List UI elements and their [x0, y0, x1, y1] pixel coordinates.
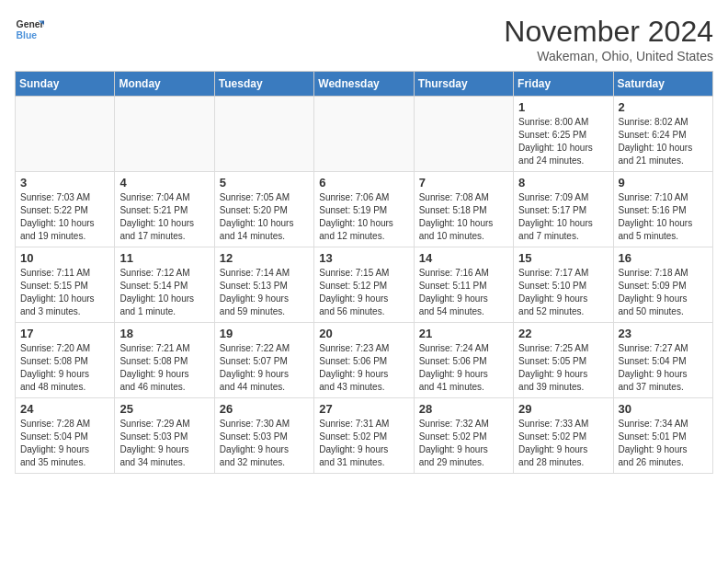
day-info: Sunrise: 7:15 AM Sunset: 5:12 PM Dayligh…: [319, 267, 408, 318]
calendar-cell: 10Sunrise: 7:11 AM Sunset: 5:15 PM Dayli…: [16, 247, 115, 323]
calendar-cell: 13Sunrise: 7:15 AM Sunset: 5:12 PM Dayli…: [314, 247, 414, 323]
day-number: 3: [20, 176, 109, 190]
calendar-week-2: 3Sunrise: 7:03 AM Sunset: 5:22 PM Daylig…: [16, 172, 713, 247]
svg-text:Blue: Blue: [17, 30, 38, 40]
day-number: 13: [319, 251, 408, 265]
day-number: 18: [119, 327, 209, 340]
day-info: Sunrise: 7:34 AM Sunset: 5:01 PM Dayligh…: [619, 418, 708, 469]
day-info: Sunrise: 8:02 AM Sunset: 6:24 PM Dayligh…: [619, 116, 708, 167]
logo-icon: General Blue: [15, 15, 44, 44]
day-number: 7: [419, 176, 508, 190]
calendar-cell: 18Sunrise: 7:21 AM Sunset: 5:08 PM Dayli…: [115, 323, 214, 398]
calendar-cell: 19Sunrise: 7:22 AM Sunset: 5:07 PM Dayli…: [214, 323, 313, 398]
day-info: Sunrise: 7:17 AM Sunset: 5:10 PM Dayligh…: [518, 267, 608, 318]
day-number: 28: [419, 402, 508, 416]
day-info: Sunrise: 7:32 AM Sunset: 5:02 PM Dayligh…: [419, 418, 508, 469]
calendar-cell: 20Sunrise: 7:23 AM Sunset: 5:06 PM Dayli…: [314, 323, 414, 398]
calendar-cell: 12Sunrise: 7:14 AM Sunset: 5:13 PM Dayli…: [214, 247, 313, 323]
calendar-cell: 5Sunrise: 7:05 AM Sunset: 5:20 PM Daylig…: [214, 172, 313, 247]
calendar-cell: 17Sunrise: 7:20 AM Sunset: 5:08 PM Dayli…: [16, 323, 115, 398]
day-info: Sunrise: 7:06 AM Sunset: 5:19 PM Dayligh…: [319, 191, 408, 243]
day-info: Sunrise: 7:22 AM Sunset: 5:07 PM Dayligh…: [220, 342, 309, 394]
weekday-header-monday: Monday: [115, 72, 214, 97]
day-info: Sunrise: 7:08 AM Sunset: 5:18 PM Dayligh…: [419, 191, 508, 243]
day-number: 29: [518, 402, 608, 416]
day-number: 4: [119, 176, 209, 190]
day-number: 20: [319, 327, 408, 340]
day-info: Sunrise: 7:30 AM Sunset: 5:03 PM Dayligh…: [220, 418, 309, 469]
calendar-cell: 8Sunrise: 7:09 AM Sunset: 5:17 PM Daylig…: [514, 172, 613, 247]
day-info: Sunrise: 7:31 AM Sunset: 5:02 PM Dayligh…: [319, 418, 408, 469]
calendar-cell: 27Sunrise: 7:31 AM Sunset: 5:02 PM Dayli…: [314, 398, 414, 474]
calendar-cell: 28Sunrise: 7:32 AM Sunset: 5:02 PM Dayli…: [414, 398, 513, 474]
page-header: General Blue November 2024 Wakeman, Ohio…: [15, 15, 713, 63]
calendar-cell: [16, 97, 115, 172]
calendar-cell: 16Sunrise: 7:18 AM Sunset: 5:09 PM Dayli…: [613, 247, 712, 323]
calendar-cell: [314, 97, 414, 172]
day-info: Sunrise: 7:16 AM Sunset: 5:11 PM Dayligh…: [419, 267, 508, 318]
logo: General Blue: [15, 15, 44, 44]
calendar-week-5: 24Sunrise: 7:28 AM Sunset: 5:04 PM Dayli…: [16, 398, 713, 474]
calendar-week-4: 17Sunrise: 7:20 AM Sunset: 5:08 PM Dayli…: [16, 323, 713, 398]
day-info: Sunrise: 7:23 AM Sunset: 5:06 PM Dayligh…: [319, 342, 408, 394]
day-info: Sunrise: 7:21 AM Sunset: 5:08 PM Dayligh…: [119, 342, 209, 394]
day-info: Sunrise: 7:04 AM Sunset: 5:21 PM Dayligh…: [119, 191, 209, 243]
calendar-cell: 25Sunrise: 7:29 AM Sunset: 5:03 PM Dayli…: [115, 398, 214, 474]
day-number: 12: [220, 251, 309, 265]
day-number: 6: [319, 176, 408, 190]
calendar-cell: 6Sunrise: 7:06 AM Sunset: 5:19 PM Daylig…: [314, 172, 414, 247]
calendar-cell: 21Sunrise: 7:24 AM Sunset: 5:06 PM Dayli…: [414, 323, 513, 398]
day-info: Sunrise: 7:29 AM Sunset: 5:03 PM Dayligh…: [119, 418, 209, 469]
day-number: 15: [518, 251, 608, 265]
calendar-cell: [115, 97, 214, 172]
day-number: 25: [119, 402, 209, 416]
calendar-cell: 23Sunrise: 7:27 AM Sunset: 5:04 PM Dayli…: [613, 323, 712, 398]
day-number: 19: [220, 327, 309, 340]
day-number: 10: [20, 251, 109, 265]
day-info: Sunrise: 7:20 AM Sunset: 5:08 PM Dayligh…: [20, 342, 109, 394]
calendar-cell: 7Sunrise: 7:08 AM Sunset: 5:18 PM Daylig…: [414, 172, 513, 247]
calendar-cell: 15Sunrise: 7:17 AM Sunset: 5:10 PM Dayli…: [514, 247, 613, 323]
weekday-header-wednesday: Wednesday: [314, 72, 414, 97]
day-info: Sunrise: 7:09 AM Sunset: 5:17 PM Dayligh…: [518, 191, 608, 243]
day-number: 23: [619, 327, 708, 340]
day-info: Sunrise: 7:27 AM Sunset: 5:04 PM Dayligh…: [619, 342, 708, 394]
calendar-cell: 30Sunrise: 7:34 AM Sunset: 5:01 PM Dayli…: [613, 398, 712, 474]
calendar-table: SundayMondayTuesdayWednesdayThursdayFrid…: [15, 71, 713, 474]
day-number: 24: [20, 402, 109, 416]
day-number: 21: [419, 327, 508, 340]
day-number: 22: [518, 327, 608, 340]
calendar-cell: 14Sunrise: 7:16 AM Sunset: 5:11 PM Dayli…: [414, 247, 513, 323]
calendar-cell: 4Sunrise: 7:04 AM Sunset: 5:21 PM Daylig…: [115, 172, 214, 247]
location: Wakeman, Ohio, United States: [504, 49, 713, 63]
day-number: 5: [220, 176, 309, 190]
weekday-header-tuesday: Tuesday: [214, 72, 313, 97]
day-info: Sunrise: 7:12 AM Sunset: 5:14 PM Dayligh…: [119, 267, 209, 318]
calendar-week-3: 10Sunrise: 7:11 AM Sunset: 5:15 PM Dayli…: [16, 247, 713, 323]
day-number: 1: [518, 100, 608, 114]
day-number: 30: [619, 402, 708, 416]
calendar-cell: 24Sunrise: 7:28 AM Sunset: 5:04 PM Dayli…: [16, 398, 115, 474]
day-info: Sunrise: 7:14 AM Sunset: 5:13 PM Dayligh…: [220, 267, 309, 318]
day-info: Sunrise: 7:25 AM Sunset: 5:05 PM Dayligh…: [518, 342, 608, 394]
calendar-cell: 29Sunrise: 7:33 AM Sunset: 5:02 PM Dayli…: [514, 398, 613, 474]
day-number: 26: [220, 402, 309, 416]
day-info: Sunrise: 7:10 AM Sunset: 5:16 PM Dayligh…: [619, 191, 708, 243]
calendar-cell: 9Sunrise: 7:10 AM Sunset: 5:16 PM Daylig…: [613, 172, 712, 247]
calendar-cell: [414, 97, 513, 172]
day-info: Sunrise: 7:05 AM Sunset: 5:20 PM Dayligh…: [220, 191, 309, 243]
day-info: Sunrise: 7:28 AM Sunset: 5:04 PM Dayligh…: [20, 418, 109, 469]
calendar-cell: 3Sunrise: 7:03 AM Sunset: 5:22 PM Daylig…: [16, 172, 115, 247]
month-title: November 2024: [504, 15, 713, 49]
day-number: 8: [518, 176, 608, 190]
day-number: 17: [20, 327, 109, 340]
day-number: 2: [619, 100, 708, 114]
day-info: Sunrise: 7:03 AM Sunset: 5:22 PM Dayligh…: [20, 191, 109, 243]
weekday-header-thursday: Thursday: [414, 72, 513, 97]
weekday-header-saturday: Saturday: [613, 72, 712, 97]
day-info: Sunrise: 7:24 AM Sunset: 5:06 PM Dayligh…: [419, 342, 508, 394]
day-info: Sunrise: 7:18 AM Sunset: 5:09 PM Dayligh…: [619, 267, 708, 318]
title-block: November 2024 Wakeman, Ohio, United Stat…: [504, 15, 713, 63]
calendar-cell: 26Sunrise: 7:30 AM Sunset: 5:03 PM Dayli…: [214, 398, 313, 474]
day-number: 9: [619, 176, 708, 190]
